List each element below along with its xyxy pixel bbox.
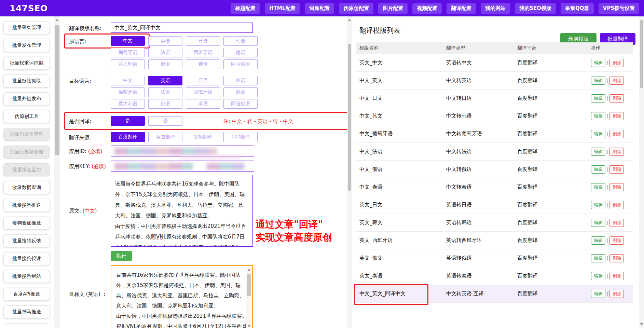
source-lang-option[interactable]: 德语 bbox=[223, 48, 258, 57]
navbar-menu-item[interactable]: 我的SEO模版 bbox=[515, 3, 556, 14]
sidebar-item[interactable]: 批量搜狗推送 bbox=[3, 199, 50, 212]
sidebar-scrollbar[interactable] bbox=[54, 16, 60, 328]
edit-button[interactable]: 编辑 bbox=[591, 77, 605, 85]
delete-button[interactable]: 删除 bbox=[609, 290, 624, 298]
original-textarea[interactable]: 该届当今世界乒乓球联赛共计16支球会参与。除中国队外，余下15支球会分别为阿根廷… bbox=[111, 175, 253, 247]
scroll-up-icon[interactable] bbox=[55, 19, 59, 21]
sidebar-item[interactable]: 批量链接抓取 bbox=[3, 74, 50, 87]
page-scrollbar[interactable] bbox=[639, 16, 644, 328]
target-lang-option[interactable]: 法语 bbox=[148, 87, 182, 97]
navbar-menu-item[interactable]: 视频配置 bbox=[412, 3, 442, 14]
navbar-menu-item[interactable]: VPS拨号设置 bbox=[599, 3, 639, 14]
delete-button[interactable]: 删除 bbox=[609, 201, 624, 209]
target-lang-option[interactable]: 德语 bbox=[223, 87, 258, 97]
sidebar-item[interactable]: 批量搜狗绑站 bbox=[3, 270, 50, 283]
delete-button[interactable]: 删除 bbox=[609, 112, 624, 120]
scroll-up-icon[interactable] bbox=[348, 19, 351, 21]
target-lang-option[interactable]: 西班牙语 bbox=[186, 87, 220, 97]
target-lang-option[interactable]: 韩语 bbox=[223, 76, 258, 85]
app-key-input[interactable] bbox=[111, 161, 254, 172]
navbar-menu-item[interactable]: HTML配置 bbox=[265, 3, 300, 14]
edit-button[interactable]: 编辑 bbox=[591, 219, 605, 227]
sidebar-item-partial[interactable] bbox=[3, 323, 50, 327]
target-textarea[interactable]: 目前共有16家俱乐部参加了世界乒乓球联赛。除中国队外，其余15家俱乐部是阿根廷、… bbox=[111, 265, 253, 328]
source-lang-option[interactable]: 阿拉伯语 bbox=[223, 59, 258, 69]
sidebar-item[interactable]: 收录数据查询 bbox=[3, 181, 50, 194]
scrollbar-thumb[interactable] bbox=[55, 25, 59, 155]
scroll-down-icon[interactable] bbox=[248, 325, 250, 327]
delete-button[interactable]: 删除 bbox=[609, 59, 624, 67]
source-lang-option[interactable]: 意大利语 bbox=[111, 59, 145, 69]
target-lang-option[interactable]: 意大利语 bbox=[111, 99, 145, 109]
back-translate-option[interactable]: 是 bbox=[111, 116, 145, 126]
sidebar-item[interactable]: 批量搜狗反馈 bbox=[3, 234, 50, 247]
target-lang-option[interactable]: 俄语 bbox=[148, 99, 182, 109]
source-lang-option[interactable]: 西班牙语 bbox=[186, 48, 220, 57]
delete-button[interactable]: 删除 bbox=[609, 254, 624, 262]
delete-button[interactable]: 删除 bbox=[609, 219, 624, 227]
edit-button[interactable]: 编辑 bbox=[591, 183, 605, 191]
source-lang-option[interactable]: 俄语 bbox=[148, 59, 182, 69]
target-textarea-scrollbar[interactable] bbox=[246, 266, 251, 328]
source-lang-option[interactable]: 法语 bbox=[148, 48, 182, 57]
target-lang-option[interactable]: 日语 bbox=[186, 76, 220, 85]
target-lang-option[interactable]: 葡萄牙语 bbox=[111, 87, 145, 97]
edit-button[interactable]: 编辑 bbox=[591, 165, 605, 174]
template-name-input[interactable]: 中文_英文_回译中文 bbox=[111, 23, 253, 33]
sidebar-item[interactable]: 搜狗验证推送 bbox=[3, 217, 50, 230]
source-lang-option[interactable]: 葡萄牙语 bbox=[111, 48, 145, 57]
sidebar-item[interactable]: 批量神马推送 bbox=[3, 305, 50, 318]
navbar-menu-item[interactable]: 词库配置 bbox=[305, 3, 334, 14]
sidebar-item[interactable]: 批量短视频管理 bbox=[3, 146, 50, 159]
source-lang-option[interactable]: 韩语 bbox=[223, 36, 258, 46]
sidebar-item[interactable]: 批量排名监控 bbox=[3, 163, 50, 176]
edit-button[interactable]: 编辑 bbox=[591, 148, 605, 156]
sidebar-item[interactable]: 批量发布管理 bbox=[3, 39, 50, 52]
form-scrollbar[interactable] bbox=[347, 16, 352, 328]
target-lang-option[interactable]: 英语 bbox=[148, 76, 182, 85]
sidebar-item[interactable]: 伪原创工具 bbox=[3, 110, 50, 123]
navbar-menu-item[interactable]: 我的网站 bbox=[481, 3, 510, 14]
delete-button[interactable]: 删除 bbox=[609, 94, 624, 102]
delete-button[interactable]: 删除 bbox=[609, 77, 624, 85]
sidebar-item[interactable]: 批量自媒体管理 bbox=[3, 128, 50, 141]
execute-button[interactable]: 执行 bbox=[111, 251, 132, 261]
delete-button[interactable]: 删除 bbox=[609, 165, 624, 174]
target-lang-option[interactable]: 泰语 bbox=[186, 99, 220, 109]
edit-button[interactable]: 编辑 bbox=[591, 236, 605, 245]
back-translate-option[interactable]: 否 bbox=[148, 116, 182, 126]
sidebar-item[interactable]: 批量外链发布 bbox=[3, 92, 50, 105]
target-lang-option[interactable]: 中文 bbox=[111, 76, 145, 85]
sidebar-item[interactable]: 百度API推送 bbox=[3, 288, 50, 301]
source-lang-option[interactable]: 中文 bbox=[111, 36, 145, 46]
edit-button[interactable]: 编辑 bbox=[591, 290, 605, 298]
translate-source-option[interactable]: 有道翻译 bbox=[148, 132, 182, 142]
translate-source-option[interactable]: 147翻译 bbox=[223, 132, 258, 142]
source-lang-option[interactable]: 英语 bbox=[148, 36, 182, 46]
edit-button[interactable]: 编辑 bbox=[591, 201, 605, 209]
navbar-menu-item[interactable]: 翻译配置 bbox=[447, 3, 476, 14]
delete-button[interactable]: 删除 bbox=[609, 130, 624, 138]
delete-button[interactable]: 删除 bbox=[609, 272, 624, 280]
sidebar-item[interactable]: 批量采集管理 bbox=[3, 21, 50, 34]
app-id-input[interactable] bbox=[111, 146, 254, 156]
sidebar-item[interactable]: 批量权重词挖掘 bbox=[3, 57, 50, 70]
scrollbar-thumb[interactable] bbox=[640, 20, 643, 88]
source-lang-option[interactable]: 日语 bbox=[186, 36, 220, 46]
translate-source-option[interactable]: 百度翻译 bbox=[111, 132, 145, 142]
edit-button[interactable]: 编辑 bbox=[591, 112, 605, 120]
edit-button[interactable]: 编辑 bbox=[591, 94, 605, 102]
navbar-menu-item[interactable]: 标题配置 bbox=[231, 3, 260, 14]
scrollbar-thumb[interactable] bbox=[247, 274, 251, 296]
edit-button[interactable]: 编辑 bbox=[591, 272, 605, 280]
translate-source-option[interactable]: 谷歌翻译 bbox=[186, 132, 220, 142]
sidebar-item[interactable]: 批量搜狗投诉 bbox=[3, 252, 50, 265]
target-lang-option[interactable]: 阿拉伯语 bbox=[223, 99, 258, 109]
navbar-menu-item[interactable]: 图片配置 bbox=[378, 3, 408, 14]
scrollbar-thumb[interactable] bbox=[348, 44, 351, 191]
edit-button[interactable]: 编辑 bbox=[591, 130, 605, 138]
edit-button[interactable]: 编辑 bbox=[591, 254, 605, 262]
delete-button[interactable]: 删除 bbox=[609, 236, 624, 245]
scroll-down-icon[interactable] bbox=[640, 323, 643, 326]
source-lang-option[interactable]: 泰语 bbox=[186, 59, 220, 69]
